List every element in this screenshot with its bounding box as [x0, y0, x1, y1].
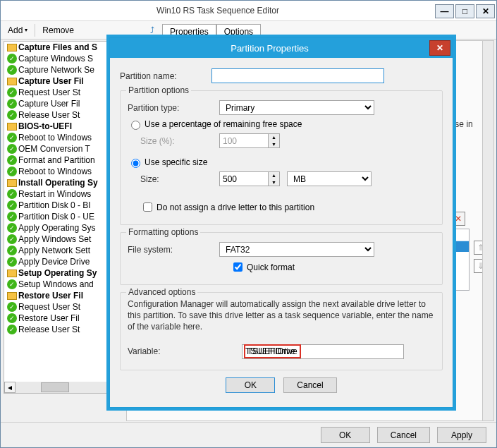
tree-item-label: Partition Disk 0 - UE: [18, 212, 94, 222]
partition-type-select[interactable]: Primary: [219, 100, 374, 115]
use-specific-size-label: Use specific size: [145, 157, 207, 167]
tree-item-label: Restore User Fil: [18, 291, 83, 301]
vertical-scrollbar[interactable]: [482, 41, 493, 420]
tree-item-label: Request User St: [18, 302, 80, 312]
check-icon: ✓: [7, 167, 17, 176]
check-icon: ✓: [7, 257, 17, 267]
minimize-button[interactable]: —: [435, 4, 454, 18]
tree-item[interactable]: ✓Capture Network Se: [4, 64, 123, 75]
tree-item-label: Capture User Fil: [18, 99, 80, 109]
folder-icon: [7, 76, 17, 86]
formatting-options-group: Formatting options File system: FAT32 Qu…: [120, 232, 443, 285]
tree-item[interactable]: ✓Capture User Fil: [4, 98, 123, 109]
no-drive-letter-checkbox[interactable]: [143, 202, 152, 212]
add-menu-button[interactable]: Add▾: [4, 24, 32, 37]
tree-item[interactable]: ✓Capture Windows S: [4, 53, 123, 64]
folder-icon: [7, 291, 17, 301]
tree-item-label: Capture User Fil: [18, 76, 84, 86]
quick-format-checkbox[interactable]: [233, 262, 243, 272]
size-input[interactable]: [219, 171, 269, 186]
tree-item[interactable]: ✓OEM Conversion T: [4, 143, 123, 155]
tree-item[interactable]: Restore User Fil: [4, 290, 123, 301]
horizontal-scrollbar[interactable]: ◂▸: [4, 382, 123, 393]
size-stepper[interactable]: ▲▼: [269, 171, 280, 186]
size-percent-input: [219, 133, 269, 148]
tree-item[interactable]: Capture User Fil: [4, 75, 123, 87]
check-icon: ✓: [7, 234, 17, 244]
tree-item-label: Install Operating Sy: [18, 178, 98, 188]
check-icon: ✓: [7, 99, 17, 109]
check-icon: ✓: [7, 144, 17, 154]
variable-value-highlight: TSUEFIDrive: [245, 345, 300, 358]
partition-name-input[interactable]: [211, 68, 384, 83]
tree-item[interactable]: ✓Partition Disk 0 - BI: [4, 200, 123, 211]
tree-item[interactable]: ✓Setup Windows and: [4, 279, 123, 290]
tree-item-label: Restore User Fil: [18, 313, 80, 323]
tree-item-label: Capture Windows S: [18, 54, 93, 63]
tree-item[interactable]: ✓Release User St: [4, 109, 123, 121]
tree-item-label: Partition Disk 0 - BI: [18, 200, 91, 210]
partition-options-group: Partition options Partition type: Primar…: [120, 90, 443, 225]
dialog-close-button[interactable]: ✕: [429, 40, 450, 56]
file-system-select[interactable]: FAT32: [219, 242, 374, 257]
size-percent-label: Size (%):: [140, 136, 219, 146]
advanced-options-group: Advanced options Configuration Manager w…: [120, 292, 443, 370]
tree-item[interactable]: ✓Request User St: [4, 301, 123, 313]
tree-item-label: Release User St: [18, 325, 80, 334]
main-apply-button[interactable]: Apply: [437, 427, 486, 443]
maximize-button[interactable]: □: [455, 4, 474, 18]
partition-type-label: Partition type:: [128, 103, 219, 113]
window-title: Win10 RS Task Sequence Editor: [1, 6, 435, 16]
folder-icon: [7, 268, 17, 278]
tree-item-label: Apply Device Drive: [18, 257, 90, 267]
tree-item[interactable]: ✓Format and Partition: [4, 155, 123, 166]
tree-item[interactable]: Install Operating Sy: [4, 177, 123, 188]
no-drive-letter-label: Do not assign a drive letter to this par…: [157, 202, 314, 212]
tree-item-label: Reboot to Windows: [18, 167, 92, 176]
check-icon: ✓: [7, 246, 17, 255]
tree-item[interactable]: ✓Restore User Fil: [4, 313, 123, 324]
use-specific-size-radio[interactable]: [131, 159, 140, 168]
tree-item[interactable]: ✓Request User St: [4, 87, 123, 98]
check-icon: ✓: [7, 223, 17, 233]
check-icon: ✓: [7, 65, 17, 75]
tree-item[interactable]: ✓Partition Disk 0 - UE: [4, 211, 123, 222]
tree-item[interactable]: ✓Apply Windows Set: [4, 234, 123, 245]
tree-item[interactable]: ✓Restart in Windows: [4, 188, 123, 200]
dialog-ok-button[interactable]: OK: [226, 377, 275, 393]
tree-item[interactable]: ✓Reboot to Windows: [4, 132, 123, 143]
dialog-cancel-button[interactable]: Cancel: [283, 377, 336, 393]
check-icon: ✓: [7, 302, 17, 312]
tree-item[interactable]: Capture Files and S: [4, 42, 123, 53]
tree-item-label: Capture Files and S: [18, 42, 97, 52]
tree-item[interactable]: ✓Apply Network Sett: [4, 245, 123, 256]
size-unit-select[interactable]: MB: [287, 171, 372, 186]
tree-item[interactable]: ✓Apply Device Drive: [4, 256, 123, 267]
tree-item-label: Setup Operating Sy: [18, 268, 97, 278]
close-button[interactable]: ✕: [476, 4, 495, 18]
tree-item[interactable]: Setup Operating Sy: [4, 267, 123, 279]
main-titlebar: Win10 RS Task Sequence Editor — □ ✕: [1, 1, 496, 21]
size-percent-stepper: ▲▼: [269, 133, 280, 148]
task-sequence-tree[interactable]: Capture Files and S✓Capture Windows S✓Ca…: [4, 41, 123, 394]
check-icon: ✓: [7, 200, 17, 210]
delete-volume-icon[interactable]: ✕: [451, 212, 465, 226]
tree-item[interactable]: ✓Release User St: [4, 324, 123, 335]
main-cancel-button[interactable]: Cancel: [377, 427, 430, 443]
check-icon: ✓: [7, 189, 17, 199]
tree-item[interactable]: ✓Apply Operating Sys: [4, 222, 123, 234]
tree-item-label: Reboot to Windows: [18, 133, 92, 143]
use-percentage-radio[interactable]: [131, 121, 140, 130]
check-icon: ✓: [7, 212, 17, 222]
tree-item-label: Capture Network Se: [18, 65, 94, 75]
check-icon: ✓: [7, 325, 17, 334]
remove-button[interactable]: Remove: [38, 24, 78, 37]
folder-icon: [7, 42, 17, 52]
main-ok-button[interactable]: OK: [321, 427, 370, 443]
tree-item[interactable]: ✓Reboot to Windows: [4, 166, 123, 177]
tree-item-label: Format and Partition: [18, 155, 95, 165]
check-icon: ✓: [7, 110, 17, 120]
partition-options-legend: Partition options: [126, 85, 191, 95]
tree-item[interactable]: BIOS-to-UEFI: [4, 121, 123, 132]
dialog-title: Partition Properties: [110, 43, 429, 54]
